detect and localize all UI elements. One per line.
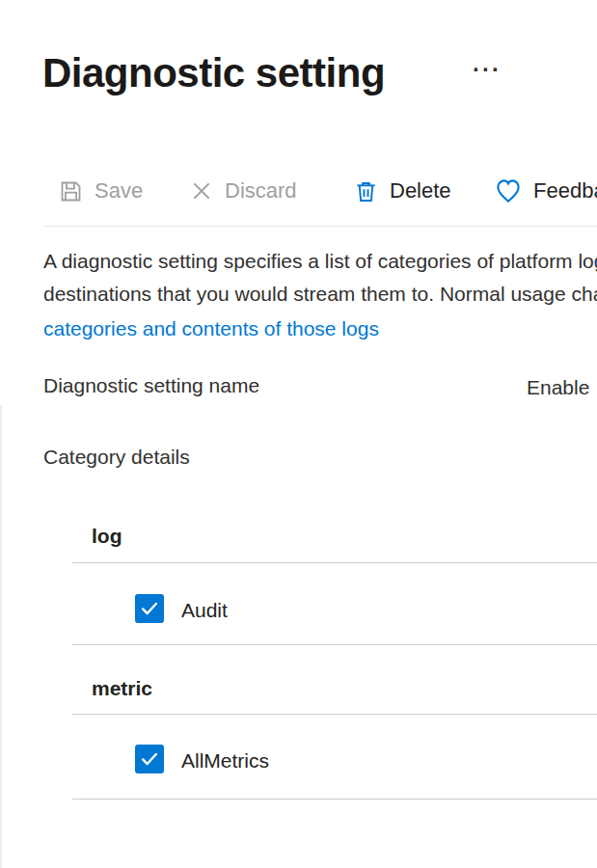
group-header-metric: metric [92,677,152,700]
save-label: Save [95,178,143,203]
delete-button[interactable]: Delete [353,172,451,210]
row-divider [72,714,597,715]
more-options-button[interactable]: ··· [473,56,502,83]
log-categories-link[interactable]: categories and contents of those logs [43,314,379,343]
enabled-label: Enable [527,376,589,399]
discard-label: Discard [225,178,297,203]
row-divider [72,562,597,563]
setting-name-label: Diagnostic setting name [43,374,259,397]
row-divider [72,799,597,800]
toolbar-divider [43,226,597,227]
save-icon [58,178,84,204]
delete-label: Delete [390,178,451,203]
blade-edge-line [0,405,2,868]
feedback-button[interactable]: Feedback [494,172,597,210]
feedback-label: Feedback [533,178,597,203]
category-details-heading: Category details [43,446,190,469]
allmetrics-checkbox-label: AllMetrics [181,749,269,773]
description-line-1: A diagnostic setting specifies a list of… [43,247,597,276]
discard-button[interactable]: Discard [189,172,297,210]
discard-icon [189,178,214,203]
allmetrics-checkbox[interactable] [135,745,164,773]
diagnostic-setting-blade: Diagnostic setting ··· Save Discard [0,0,597,868]
audit-checkbox[interactable] [135,594,164,623]
checkmark-icon [139,748,160,770]
group-header-log: log [92,525,122,548]
description-line-2: destinations that you would stream them … [43,280,597,309]
page-title: Diagnostic setting [42,50,385,96]
heart-icon [494,176,523,205]
audit-checkbox-label: Audit [181,599,228,622]
save-button[interactable]: Save [58,172,143,210]
trash-icon [353,178,379,204]
checkmark-icon [139,598,160,619]
row-divider [72,644,597,645]
